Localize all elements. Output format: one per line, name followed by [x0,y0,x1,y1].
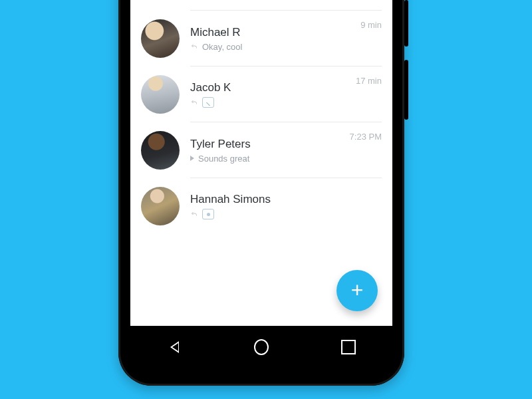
conversation-preview [190,209,375,219]
conversation-name: Michael R [190,26,354,39]
preview-text: Sounds great [198,154,249,164]
reply-icon [190,210,198,218]
conversation-meta: Jacob K [190,81,349,108]
camera-icon [202,209,214,219]
conversation-preview: Sounds great [190,154,343,164]
conversation-row[interactable]: Hannah, Tyler, Michael, Rakes... I'll be… [130,0,392,11]
avatar [141,131,180,170]
conversation-row[interactable]: Tyler Peters Sounds great 7:23 PM [130,122,392,178]
app-screen: Hannah, Tyler, Michael, Rakes... I'll be… [130,0,392,326]
conversation-row[interactable]: Jacob K 17 min [130,66,392,122]
plus-icon: + [351,279,364,301]
conversation-meta: Tyler Peters Sounds great [190,138,343,164]
back-icon [168,341,180,353]
phone-side-button [404,60,408,120]
conversation-name: Hannah Simons [190,193,375,206]
conversation-row[interactable]: Michael R Okay, cool 9 min [130,11,392,66]
phone-frame: Hannah, Tyler, Michael, Rakes... I'll be… [118,0,404,386]
conversation-preview: Okay, cool [190,42,354,52]
stage: Hannah, Tyler, Michael, Rakes... I'll be… [0,0,532,399]
nav-home-button[interactable] [254,340,269,354]
conversation-name: Tyler Peters [190,138,343,151]
reply-icon [190,98,198,106]
conversation-time: 17 min [356,66,382,86]
home-icon [254,339,269,355]
conversation-preview [190,97,349,108]
reply-icon [190,43,198,51]
avatar [141,19,180,58]
recent-icon [341,340,356,354]
conversation-time: 7:23 PM [350,122,382,142]
avatar [141,75,180,114]
conversation-meta: Michael R Okay, cool [190,26,354,52]
avatar [141,187,180,225]
conversation-name: Jacob K [190,81,349,94]
android-nav-bar [130,327,392,367]
nav-recent-button[interactable] [341,340,356,354]
sent-icon [190,156,194,161]
conversation-row[interactable]: Hannah Simons [130,178,392,234]
nav-back-button[interactable] [167,340,182,354]
conversation-meta: Hannah Simons [190,193,375,219]
conversation-time: 9 min [360,11,382,30]
compose-fab[interactable]: + [336,270,378,311]
preview-text: Okay, cool [202,42,242,52]
phone-side-button [404,0,408,47]
image-icon [202,97,214,108]
